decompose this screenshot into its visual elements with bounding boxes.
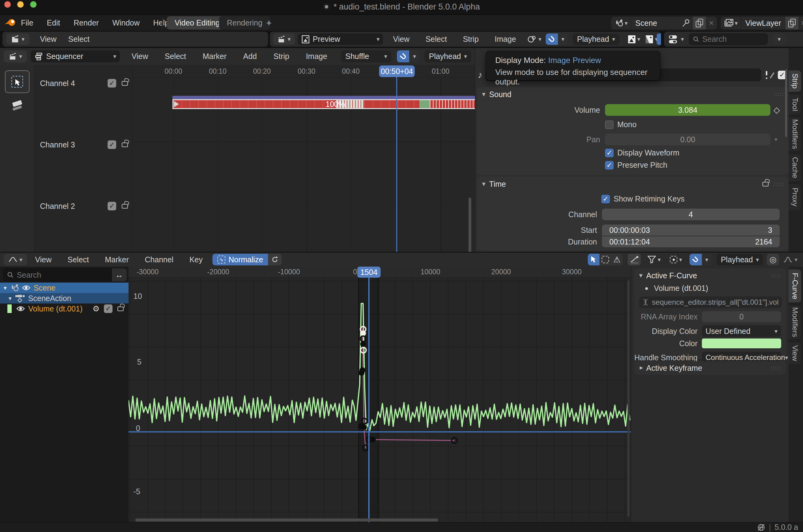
wrench-icon[interactable]: ⚙ bbox=[93, 304, 99, 314]
channel-row-2[interactable]: Channel 2 ✓ bbox=[34, 201, 132, 211]
pv-snap-options[interactable]: ▾ bbox=[558, 34, 568, 45]
panel-expand-icon[interactable]: ▾ bbox=[639, 272, 642, 279]
panel-expand-icon[interactable]: ▾ bbox=[482, 91, 486, 98]
seq-menu-add[interactable]: Add bbox=[242, 52, 258, 61]
keyframe-diamond-icon[interactable]: ◇ bbox=[773, 105, 780, 115]
blender-logo-icon[interactable] bbox=[4, 18, 17, 27]
pv-overlay-dropdown[interactable]: ▾ bbox=[627, 35, 640, 44]
filter-invert-button[interactable]: ↔ bbox=[112, 268, 127, 281]
lock-open-icon[interactable] bbox=[117, 307, 124, 311]
rna-path-field[interactable]: sequence_editor.strips_all["dt.001"].vol… bbox=[639, 297, 782, 308]
fcurve-color-field[interactable] bbox=[702, 339, 781, 348]
add-workspace-button[interactable]: + bbox=[263, 16, 275, 30]
eye-icon[interactable] bbox=[16, 306, 25, 312]
tree-row-scene[interactable]: ▾ Scene bbox=[0, 283, 128, 293]
eye-icon[interactable] bbox=[21, 285, 31, 291]
fb-menu-view[interactable]: View bbox=[39, 35, 58, 44]
blade-tool-button[interactable] bbox=[5, 96, 30, 116]
seq-menu-marker[interactable]: Marker bbox=[201, 52, 228, 61]
strip-left-handle[interactable] bbox=[174, 101, 179, 107]
seq-snap-options[interactable]: ▾ bbox=[409, 50, 420, 62]
sequencer-playhead-badge[interactable]: 00:50+04 bbox=[379, 65, 415, 77]
panel-expand-icon[interactable]: ▾ bbox=[482, 180, 486, 187]
lock-open-icon[interactable] bbox=[122, 81, 128, 86]
channel-search-input[interactable] bbox=[17, 271, 108, 280]
graph-playhead-badge[interactable]: 1504 bbox=[357, 267, 381, 278]
editor-type-filebrowser-button[interactable]: ▾ bbox=[6, 34, 30, 45]
graph-search[interactable] bbox=[3, 268, 112, 281]
tab-proxy[interactable]: Proxy bbox=[788, 184, 801, 211]
workspace-tab-rendering[interactable]: Rendering bbox=[219, 16, 270, 30]
offline-globe-icon[interactable] bbox=[757, 524, 765, 531]
volume-slider[interactable]: 3.084 bbox=[605, 104, 770, 116]
channel-row-4[interactable]: Channel 4 ✓ bbox=[34, 78, 132, 89]
filter-dropdown[interactable]: ▾ bbox=[644, 254, 664, 265]
ge-menu-channel[interactable]: Channel bbox=[144, 255, 175, 264]
display-color-dropdown[interactable]: User Defined▾ bbox=[702, 325, 781, 337]
seq-menu-select[interactable]: Select bbox=[164, 52, 187, 61]
time-panel-title[interactable]: Time bbox=[489, 180, 506, 189]
tab-cache[interactable]: Cache bbox=[788, 154, 801, 182]
active-keyframe-panel[interactable]: ▾ Active Keyframe ::::: bbox=[634, 361, 786, 375]
lock-open-icon[interactable] bbox=[122, 204, 128, 209]
scene-name[interactable]: Scene bbox=[631, 19, 661, 27]
new-scene-button[interactable] bbox=[693, 17, 706, 30]
topbar-search[interactable] bbox=[689, 34, 768, 45]
channel-enable-checkbox[interactable]: ✓ bbox=[108, 140, 116, 149]
ge-menu-view[interactable]: View bbox=[34, 255, 53, 264]
scene-browse-button[interactable]: ▾ bbox=[611, 17, 631, 30]
annotate-tool-button[interactable]: ⚠ bbox=[611, 254, 623, 265]
normalize-auto-button[interactable] bbox=[268, 254, 281, 265]
seq-menu-strip[interactable]: Strip bbox=[272, 52, 291, 61]
menu-file[interactable]: File bbox=[20, 18, 34, 27]
tab-modifiers[interactable]: Modifiers bbox=[788, 117, 801, 152]
pv-menu-select[interactable]: Select bbox=[424, 35, 448, 44]
menu-window[interactable]: Window bbox=[111, 18, 141, 27]
panel-drag-handle[interactable]: ::::: bbox=[771, 272, 781, 279]
pv-snap-toggle[interactable]: U bbox=[546, 34, 558, 45]
pin-icon[interactable] bbox=[681, 18, 691, 27]
show-retiming-checkbox[interactable]: ✓ bbox=[601, 195, 610, 203]
pv-menu-strip[interactable]: Strip bbox=[462, 35, 480, 44]
ge-menu-marker[interactable]: Marker bbox=[104, 255, 130, 264]
ge-snap-toggle[interactable]: U bbox=[690, 254, 702, 265]
mixer-icon[interactable] bbox=[764, 70, 775, 80]
viewlayer-name[interactable]: ViewLayer bbox=[741, 19, 785, 27]
editor-type-preview-button[interactable]: ▾ bbox=[273, 34, 295, 45]
seq-menu-image[interactable]: Image bbox=[305, 52, 328, 61]
channel-field[interactable]: 4 bbox=[602, 209, 780, 220]
ge-menu-select[interactable]: Select bbox=[67, 255, 90, 264]
preview-mode-dropdown[interactable]: Preview ▾ bbox=[298, 34, 383, 45]
ge-snap-options[interactable]: ▾ bbox=[702, 254, 712, 265]
normalize-toggle[interactable]: ∿ Normalize bbox=[213, 254, 268, 265]
ge-menu-key[interactable]: Key bbox=[188, 255, 204, 264]
sidebar-scrollbar[interactable] bbox=[785, 70, 787, 137]
tweak-tool-button[interactable] bbox=[5, 70, 30, 93]
tab-tool[interactable]: Tool bbox=[788, 94, 801, 115]
seq-snap-toggle[interactable]: U bbox=[397, 50, 409, 62]
duration-field[interactable]: 00:01:12:042164 bbox=[602, 236, 780, 247]
tab-strip[interactable]: Strip bbox=[788, 70, 801, 92]
display-waveform-checkbox[interactable]: ✓ bbox=[605, 149, 614, 157]
tab-ge-view[interactable]: View bbox=[788, 342, 801, 365]
rna-index-field[interactable]: 0 bbox=[702, 311, 781, 322]
pv-playhead-dropdown[interactable]: Playhead▾ bbox=[573, 34, 619, 45]
editor-type-graph-button[interactable]: ▾ bbox=[4, 254, 27, 265]
fb-menu-select[interactable]: Select bbox=[67, 35, 91, 44]
audio-strip-retime-bar[interactable] bbox=[172, 96, 475, 99]
tree-row-action[interactable]: ▾ SceneAction bbox=[0, 293, 128, 303]
tree-row-fcurve[interactable]: Volume (dt.001) ⚙ ✓ bbox=[0, 303, 128, 314]
channel-enable-checkbox[interactable]: ✓ bbox=[108, 79, 116, 88]
filter-toggles-dropdown[interactable]: ▾ bbox=[668, 34, 684, 44]
fcurve-panel-title[interactable]: Active F-Curve bbox=[646, 271, 697, 280]
options-collapse-button[interactable]: ▾ bbox=[772, 34, 786, 45]
new-viewlayer-button[interactable] bbox=[785, 17, 798, 30]
sequencer-ruler[interactable]: 00:00 00:10 00:20 00:30 00:40 01:00 bbox=[132, 65, 475, 78]
panel-drag-handle[interactable]: ::::: bbox=[773, 91, 784, 97]
ge-playhead-dropdown[interactable]: Playhead▾ bbox=[717, 254, 763, 265]
audio-strip[interactable]: 100% bbox=[172, 99, 475, 109]
sequencer-vscrollbar[interactable] bbox=[469, 197, 471, 252]
remove-viewlayer-icon[interactable]: × bbox=[798, 18, 803, 28]
panel-drag-handle[interactable]: ::::: bbox=[771, 365, 781, 371]
sequencer-playhead-line[interactable] bbox=[396, 77, 397, 252]
